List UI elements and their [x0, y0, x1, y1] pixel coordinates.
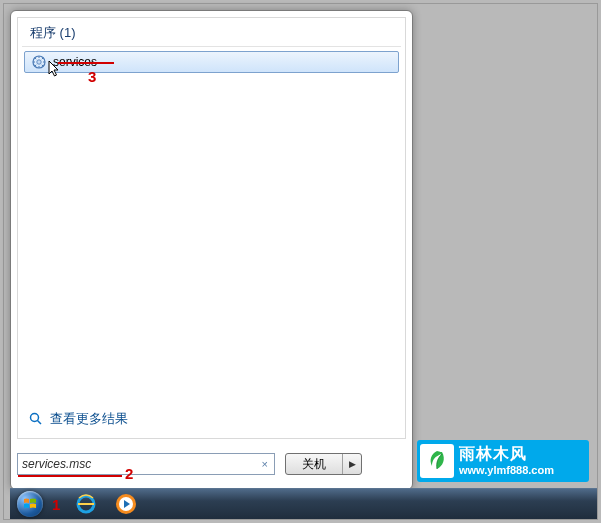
taskbar: 1 — [10, 488, 597, 519]
watermark-brand: 雨林木风 — [459, 445, 554, 463]
watermark-url: www.ylmf888.com — [459, 464, 554, 477]
cursor-icon — [48, 60, 64, 80]
search-box[interactable]: × 2 — [17, 453, 275, 475]
search-input[interactable] — [22, 457, 260, 471]
taskbar-media-player-icon[interactable] — [107, 491, 145, 517]
shutdown-options-arrow[interactable]: ▶ — [343, 454, 361, 474]
search-icon — [28, 411, 44, 427]
annotation-number-3: 3 — [88, 68, 96, 85]
annotation-underline — [58, 62, 114, 64]
start-button[interactable] — [12, 489, 48, 519]
watermark-leaf-icon — [420, 444, 454, 478]
see-more-label: 查看更多结果 — [50, 410, 128, 428]
outer-frame: 程序 (1) services — [3, 3, 598, 520]
annotation-number-2: 2 — [125, 465, 133, 482]
annotation-number-1: 1 — [52, 496, 60, 513]
services-icon — [31, 54, 47, 70]
svg-point-2 — [31, 414, 39, 422]
start-menu-panel: 程序 (1) services — [10, 10, 413, 490]
windows-logo-icon — [22, 496, 38, 512]
annotation-underline-2 — [18, 475, 122, 477]
shutdown-button[interactable]: 关机 ▶ — [285, 453, 362, 475]
watermark-badge: 雨林木风 www.ylmf888.com — [417, 440, 589, 482]
svg-point-1 — [37, 60, 41, 64]
see-more-results[interactable]: 查看更多结果 — [28, 410, 128, 428]
clear-search-icon[interactable]: × — [260, 458, 270, 470]
shutdown-label[interactable]: 关机 — [286, 454, 343, 474]
svg-line-3 — [38, 421, 42, 425]
section-header-programs: 程序 (1) — [22, 18, 401, 47]
taskbar-ie-icon[interactable] — [67, 491, 105, 517]
watermark-text: 雨林木风 www.ylmf888.com — [459, 445, 554, 476]
start-menu-bottom-bar: × 2 关机 ▶ — [17, 447, 406, 481]
annotation-3: 3 — [50, 62, 114, 64]
results-panel: 程序 (1) services — [17, 17, 406, 439]
